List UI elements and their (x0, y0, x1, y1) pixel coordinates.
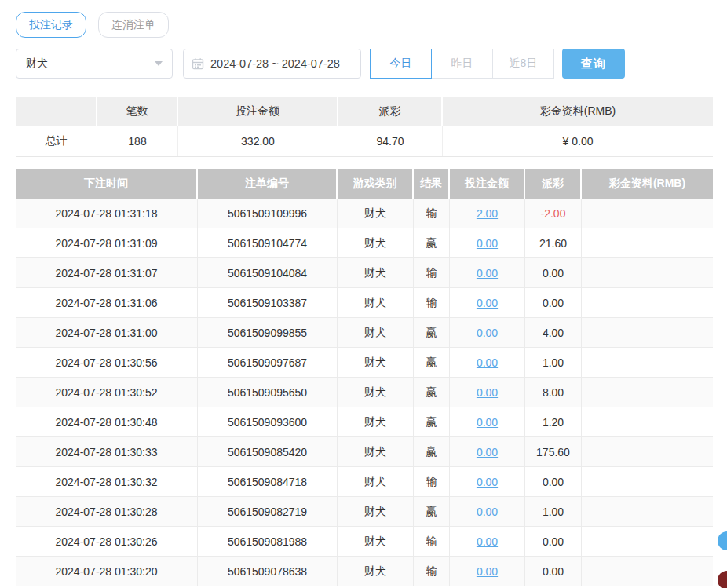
game-cell: 财犬 (338, 318, 414, 347)
amount-cell: 0.00 (450, 288, 525, 317)
game-cell: 财犬 (338, 437, 414, 466)
amount-link[interactable]: 0.00 (477, 327, 498, 339)
bonus-cell (582, 527, 713, 556)
quick-range-yesterday[interactable]: 昨日 (431, 49, 493, 79)
table-row: 2024-07-28 01:30:205061509078638财犬输0.000… (16, 557, 713, 586)
search-button[interactable]: 查询 (562, 49, 625, 79)
payout-cell: 0.00 (525, 467, 582, 496)
game-cell: 财犬 (338, 378, 414, 407)
bonus-cell (582, 407, 713, 436)
order-no-cell: 5061509093600 (198, 407, 338, 436)
result-cell: 赢 (414, 407, 450, 436)
game-cell: 财犬 (338, 288, 414, 317)
betting-records-page: 投注记录 连消注单 财犬 2024-07-28 ~ 2024-07-28 今日 (0, 0, 727, 588)
game-cell: 财犬 (338, 557, 414, 586)
result-cell: 输 (414, 527, 450, 556)
amount-cell: 0.00 (450, 228, 525, 257)
bet-records-table: 下注时间 注单编号 游戏类别 结果 投注金额 派彩 彩金资料(RMB) 2024… (16, 169, 713, 586)
bonus-cell (582, 497, 713, 526)
result-cell: 赢 (414, 497, 450, 526)
bet-time-cell: 2024-07-28 01:31:06 (16, 288, 198, 317)
floating-action-button-blue[interactable] (718, 531, 727, 550)
game-cell: 财犬 (338, 228, 414, 257)
bonus-cell (582, 318, 713, 347)
amount-cell: 0.00 (450, 437, 525, 466)
bonus-cell (582, 288, 713, 317)
chevron-down-icon (155, 61, 163, 66)
table-row: 2024-07-28 01:31:065061509103387财犬输0.000… (16, 288, 713, 318)
floating-action-button-maroon[interactable] (718, 571, 727, 588)
order-no-cell: 5061509078638 (198, 557, 338, 586)
game-cell: 财犬 (338, 527, 414, 556)
bet-time-cell: 2024-07-28 01:31:09 (16, 228, 198, 257)
amount-cell: 0.00 (450, 348, 525, 377)
summary-header-count: 笔数 (97, 97, 178, 126)
bet-time-cell: 2024-07-28 01:30:28 (16, 497, 198, 526)
bonus-cell (582, 348, 713, 377)
bonus-cell (582, 557, 713, 586)
amount-link[interactable]: 0.00 (477, 416, 498, 429)
payout-cell: -2.00 (525, 199, 582, 228)
bet-time-cell: 2024-07-28 01:31:07 (16, 258, 198, 287)
summary-header-bet-amount: 投注金额 (178, 97, 338, 126)
order-no-cell: 5061509104084 (198, 258, 338, 287)
table-row: 2024-07-28 01:31:185061509109996财犬输2.00-… (16, 199, 713, 228)
header-bonus: 彩金资料(RMB) (582, 169, 713, 199)
tab-cancelled-orders[interactable]: 连消注单 (98, 12, 169, 38)
payout-cell: 21.60 (525, 228, 582, 257)
bet-time-cell: 2024-07-28 01:30:26 (16, 527, 198, 556)
amount-cell: 0.00 (450, 318, 525, 347)
amount-link[interactable]: 0.00 (477, 506, 498, 518)
table-row: 2024-07-28 01:30:485061509093600财犬赢0.001… (16, 407, 713, 437)
bet-time-cell: 2024-07-28 01:30:48 (16, 407, 198, 436)
amount-link[interactable]: 0.00 (477, 535, 498, 548)
order-no-cell: 5061509085420 (198, 437, 338, 466)
order-no-cell: 5061509084718 (198, 467, 338, 496)
quick-range-last8days[interactable]: 近8日 (492, 49, 554, 79)
payout-cell: 175.60 (525, 437, 582, 466)
amount-link[interactable]: 0.00 (477, 297, 498, 309)
amount-link[interactable]: 0.00 (477, 446, 498, 458)
tab-bet-records-label: 投注记录 (29, 18, 73, 32)
table-row: 2024-07-28 01:30:565061509097687财犬赢0.001… (16, 348, 713, 378)
game-select[interactable]: 财犬 (16, 49, 173, 79)
result-cell: 输 (414, 258, 450, 287)
order-no-cell: 5061509109996 (198, 199, 338, 228)
table-row: 2024-07-28 01:30:285061509082719财犬赢0.001… (16, 497, 713, 527)
amount-cell: 0.00 (450, 258, 525, 287)
amount-cell: 0.00 (450, 497, 525, 526)
amount-link[interactable]: 0.00 (477, 237, 498, 250)
payout-cell: 1.00 (525, 348, 582, 377)
bet-time-cell: 2024-07-28 01:30:56 (16, 348, 198, 377)
record-tabs: 投注记录 连消注单 (16, 12, 169, 38)
amount-link[interactable]: 0.00 (477, 476, 498, 488)
summary-total-label: 总计 (16, 126, 97, 156)
tab-cancelled-orders-label: 连消注单 (111, 18, 155, 32)
amount-link[interactable]: 0.00 (477, 267, 498, 279)
amount-link[interactable]: 0.00 (477, 565, 498, 578)
result-cell: 输 (414, 199, 450, 228)
bonus-cell (582, 258, 713, 287)
bonus-cell (582, 199, 713, 228)
filter-toolbar: 财犬 2024-07-28 ~ 2024-07-28 今日 昨日 近8日 查询 (16, 49, 625, 79)
game-cell: 财犬 (338, 199, 414, 228)
amount-link[interactable]: 0.00 (477, 386, 498, 399)
bonus-cell (582, 467, 713, 496)
amount-link[interactable]: 0.00 (477, 356, 498, 369)
amount-link[interactable]: 2.00 (477, 207, 498, 220)
payout-cell: 0.00 (525, 288, 582, 317)
date-range-input[interactable]: 2024-07-28 ~ 2024-07-28 (183, 49, 361, 79)
header-game-type: 游戏类别 (338, 169, 414, 199)
table-row: 2024-07-28 01:31:075061509104084财犬输0.000… (16, 258, 713, 288)
amount-cell: 0.00 (450, 407, 525, 436)
result-cell: 输 (414, 288, 450, 317)
quick-range-today[interactable]: 今日 (370, 49, 432, 79)
quick-range-group: 今日 昨日 近8日 (370, 49, 554, 79)
result-cell: 输 (414, 557, 450, 586)
tab-bet-records[interactable]: 投注记录 (16, 12, 86, 38)
header-order-no: 注单编号 (198, 169, 338, 199)
payout-cell: 0.00 (525, 527, 582, 556)
bet-table-body: 2024-07-28 01:31:185061509109996财犬输2.00-… (16, 199, 713, 586)
payout-cell: 0.00 (525, 258, 582, 287)
order-no-cell: 5061509099855 (198, 318, 338, 347)
